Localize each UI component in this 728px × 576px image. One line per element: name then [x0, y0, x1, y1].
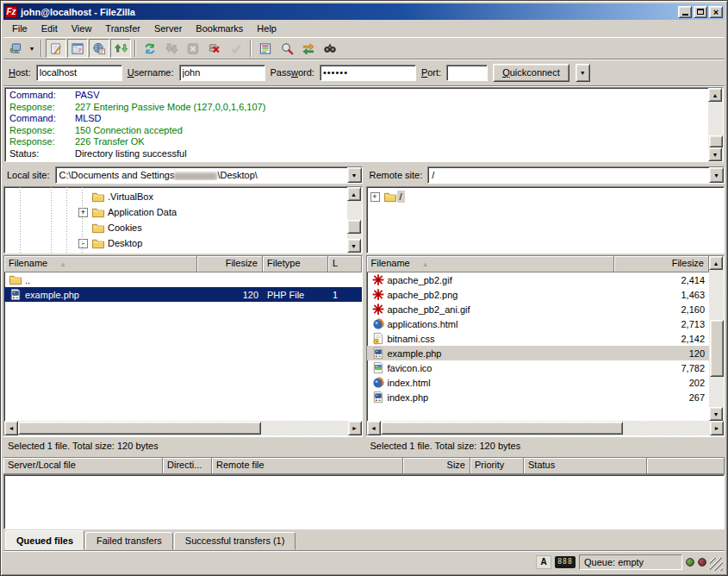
local-hscrollbar[interactable]: ◄ ► — [4, 421, 362, 435]
menu-server[interactable]: Server — [147, 22, 189, 35]
reconnect-button[interactable] — [226, 39, 246, 58]
remote-site-combo[interactable]: / ▼ — [427, 166, 725, 184]
close-button[interactable]: × — [709, 6, 723, 18]
column-direction[interactable]: Directi... — [163, 458, 212, 474]
file-row-example-php[interactable]: example.php120 — [367, 346, 710, 360]
menu-file[interactable]: File — [5, 22, 34, 35]
menu-bookmarks[interactable]: Bookmarks — [189, 22, 250, 35]
tree-item-root[interactable]: +/ — [369, 189, 709, 204]
scroll-up-icon[interactable]: ▲ — [347, 187, 361, 201]
scroll-left-icon[interactable]: ◄ — [4, 421, 18, 435]
username-input[interactable] — [179, 65, 265, 81]
resize-grip[interactable] — [710, 558, 723, 571]
queue-body[interactable] — [3, 474, 725, 529]
expand-icon[interactable]: + — [78, 208, 88, 217]
column-status[interactable]: Status — [524, 458, 647, 474]
cancel-button[interactable] — [183, 39, 203, 58]
password-input[interactable] — [320, 65, 416, 81]
local-tree[interactable]: +.VirtualBox +Application Data +Cookies … — [3, 186, 363, 254]
process-queue-button[interactable] — [161, 39, 182, 58]
refresh-button[interactable] — [140, 39, 160, 58]
scroll-down-icon[interactable]: ▼ — [709, 407, 723, 421]
scroll-right-icon[interactable]: ► — [710, 421, 724, 435]
local-tree-scrollbar[interactable]: ▲ ▼ — [347, 187, 362, 253]
scroll-thumb[interactable] — [709, 135, 723, 147]
local-list-body[interactable]: .. example.php 120 PHP File 1 — [4, 272, 362, 421]
quickconnect-button[interactable]: Quickconnect — [493, 64, 569, 82]
toolbar-separator — [40, 40, 42, 57]
site-manager-dropdown[interactable]: ▼ — [27, 39, 37, 58]
file-row[interactable]: applications.html2,713 — [367, 316, 710, 331]
scroll-thumb[interactable] — [710, 320, 724, 377]
tab-successful-transfers[interactable]: Successful transfers (1) — [174, 532, 296, 550]
menu-transfer[interactable]: Transfer — [98, 22, 147, 35]
file-row[interactable]: apache_pb2.gif2,414 — [367, 272, 710, 287]
column-remote-file[interactable]: Remote file — [212, 458, 403, 474]
menu-help[interactable]: Help — [250, 22, 283, 35]
directory-filter-button[interactable] — [255, 39, 276, 58]
transfer-type-indicator-icon[interactable]: A — [536, 555, 551, 569]
file-row-parent-dir[interactable]: .. — [4, 272, 362, 287]
column-filesize[interactable]: Filesize — [614, 256, 710, 272]
tree-item-desktop[interactable]: -Desktop — [6, 235, 346, 251]
tree-item-application-data[interactable]: +Application Data — [6, 204, 346, 220]
column-filesize[interactable]: Filesize — [197, 256, 263, 272]
chevron-down-icon[interactable]: ▼ — [347, 167, 362, 183]
remote-list-body[interactable]: apache_pb2.gif2,414 apache_pb2.png1,463 … — [367, 272, 710, 421]
title-bar[interactable]: Fz john@localhost - FileZilla × — [3, 3, 725, 20]
scroll-up-icon[interactable]: ▲ — [709, 256, 723, 270]
scroll-down-icon[interactable]: ▼ — [347, 239, 361, 253]
remote-vscrollbar[interactable]: ▲ ▼ — [709, 256, 724, 421]
column-server-local-file[interactable]: Server/Local file — [3, 458, 163, 474]
file-row[interactable]: index.php267 — [367, 390, 710, 404]
scroll-left-icon[interactable]: ◄ — [367, 421, 381, 435]
column-filetype[interactable]: Filetype — [263, 256, 328, 272]
file-row[interactable]: bitnami.css2,142 — [367, 331, 710, 346]
remote-hscrollbar[interactable]: ◄ ► — [367, 421, 725, 435]
encryption-indicator-icon[interactable]: 888 — [555, 556, 576, 568]
file-row[interactable]: index.html202 — [367, 375, 710, 390]
toggle-transfer-queue-button[interactable] — [110, 39, 131, 58]
disconnect-button[interactable] — [204, 39, 225, 58]
scroll-thumb[interactable] — [18, 422, 261, 435]
toggle-message-log-button[interactable] — [46, 39, 66, 58]
site-manager-button[interactable] — [5, 39, 26, 58]
synchronized-browsing-button[interactable] — [298, 39, 319, 58]
scroll-right-icon[interactable]: ► — [348, 421, 362, 435]
file-row[interactable]: apache_pb2_ani.gif2,160 — [367, 302, 710, 316]
column-last-modified[interactable]: L — [328, 256, 362, 272]
tree-item-cookies[interactable]: +Cookies — [6, 220, 346, 235]
remote-tree[interactable]: +/ — [366, 186, 725, 254]
file-row[interactable]: apache_pb2.png1,463 — [367, 287, 710, 302]
message-log[interactable]: Command:PASV Response:227 Entering Passi… — [4, 87, 724, 162]
scroll-down-icon[interactable]: ▼ — [708, 147, 722, 161]
find-files-button[interactable] — [320, 39, 340, 58]
host-input[interactable] — [36, 65, 122, 81]
column-size[interactable]: Size — [403, 458, 470, 474]
quickconnect-dropdown[interactable]: ▼ — [576, 64, 590, 82]
local-site-combo[interactable]: C:\Documents and Settings\Desktop\ ▼ — [55, 166, 363, 184]
minimize-button[interactable] — [678, 6, 692, 18]
file-row-example-php[interactable]: example.php 120 PHP File 1 — [4, 287, 362, 302]
log-scrollbar[interactable]: ▲ ▼ — [708, 88, 723, 161]
toggle-local-tree-button[interactable] — [67, 39, 88, 58]
column-priority[interactable]: Priority — [470, 458, 524, 474]
collapse-icon[interactable]: - — [78, 239, 88, 248]
toggle-remote-tree-button[interactable] — [89, 39, 109, 58]
maximize-button[interactable] — [694, 6, 707, 18]
menu-view[interactable]: View — [65, 22, 99, 35]
scroll-up-icon[interactable]: ▲ — [708, 88, 722, 102]
tree-item-virtualbox[interactable]: +.VirtualBox — [6, 189, 346, 204]
scroll-thumb[interactable] — [381, 422, 624, 435]
chevron-down-icon[interactable]: ▼ — [709, 167, 724, 183]
directory-comparison-button[interactable] — [277, 39, 297, 58]
port-input[interactable] — [446, 65, 488, 81]
column-filename[interactable]: Filename▲ — [367, 256, 614, 272]
menu-edit[interactable]: Edit — [34, 22, 65, 35]
expand-icon[interactable]: + — [370, 192, 380, 202]
tab-queued-files[interactable]: Queued files — [5, 530, 84, 550]
column-filename[interactable]: Filename▲ — [4, 256, 197, 272]
scroll-thumb[interactable] — [347, 220, 361, 234]
tab-failed-transfers[interactable]: Failed transfers — [85, 532, 173, 550]
file-row[interactable]: favicon.ico7,782 — [367, 360, 710, 375]
